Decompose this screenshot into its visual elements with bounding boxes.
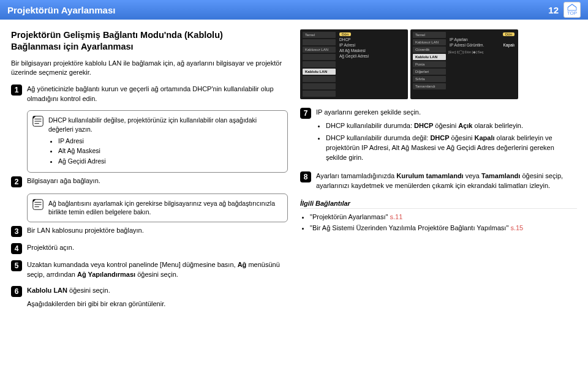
step-badge: 7 bbox=[300, 108, 311, 119]
step-badge: 5 bbox=[11, 260, 22, 271]
step-5: 5 Uzaktan kumandada veya kontrol panelin… bbox=[11, 260, 288, 280]
note-icon bbox=[31, 115, 45, 128]
intro-text: Bir bilgisayarı projektöre kablolu LAN i… bbox=[11, 59, 288, 78]
list-item: Alt Ağ Maskesi bbox=[58, 146, 281, 156]
list-item: DHCP kullanılabilir durumda: DHCP öğesin… bbox=[326, 121, 577, 131]
osd-menu-item bbox=[303, 39, 336, 45]
step-badge: 8 bbox=[300, 171, 311, 182]
header-right: 12 TOP bbox=[548, 2, 581, 18]
note-text: DHCP kullanılabilir değilse, projektörün… bbox=[48, 116, 257, 133]
note-text: Ağ bağlantısını ayarlamak için gerekirse… bbox=[48, 200, 275, 216]
step-body: Projektörü açın. bbox=[27, 243, 288, 253]
related-link-item: "Projektörün Ayarlanması" s.11 bbox=[310, 212, 577, 222]
step-body: Bilgisayarı ağa bağlayın. bbox=[27, 176, 288, 186]
osd-menu-item: Güvenlik bbox=[413, 47, 446, 53]
step-badge: 2 bbox=[11, 176, 22, 187]
osd-menu-item bbox=[303, 76, 336, 82]
step-4: 4 Projektörü açın. bbox=[11, 243, 288, 254]
step-2: 2 Bilgisayarı ağa bağlayın. bbox=[11, 176, 288, 187]
osd-menu-item bbox=[303, 61, 336, 67]
list-item: Ağ Geçidi Adresi bbox=[58, 157, 281, 166]
top-label: TOP bbox=[567, 10, 577, 16]
step-badge: 4 bbox=[11, 243, 22, 254]
step-7: 7 IP ayarlarını gereken şekilde seçin. D… bbox=[300, 108, 577, 165]
list-item: IP Adresi bbox=[58, 137, 281, 146]
osd-menu-item: Diğerleri bbox=[413, 69, 446, 75]
related-link-item: "Bir Ağ Sistemi Üzerinden Yazılımla Proj… bbox=[310, 224, 577, 233]
section-heading: Projektörün Gelişmiş Bağlantı Modu'nda (… bbox=[11, 29, 288, 53]
osd-menu-item: Sıfırla bbox=[413, 76, 446, 82]
list-item: DHCP kullanılabilir durumda değil: DHCP … bbox=[326, 133, 577, 163]
related-link[interactable]: s.11 bbox=[390, 213, 403, 220]
osd-menu-item-active: Kablolu LAN bbox=[303, 69, 336, 75]
step-6: 6 Kablolu LAN öğesini seçin. Aşağıdakile… bbox=[11, 286, 288, 309]
osd-screenshots: Temel Kablosuz LAN Kablolu LAN Dön DHCP … bbox=[300, 29, 577, 99]
related-links-heading: İlgili Bağlantılar bbox=[300, 200, 577, 209]
note-icon bbox=[31, 198, 45, 211]
osd-menu-item bbox=[303, 83, 336, 89]
page-number: 12 bbox=[548, 5, 559, 15]
osd-screenshot-1: Temel Kablosuz LAN Kablolu LAN Dön DHCP … bbox=[300, 29, 408, 99]
related-link[interactable]: s.15 bbox=[510, 224, 523, 231]
osd-menu-item bbox=[303, 54, 336, 60]
step-3: 3 Bir LAN kablosunu projektöre bağlayın. bbox=[11, 226, 288, 237]
note-box-2: Ağ bağlantısını ayarlamak için gerekirse… bbox=[27, 194, 288, 222]
step-body: Uzaktan kumandada veya kontrol panelinde… bbox=[27, 260, 288, 280]
step-1: 1 Ağ yöneticinizle bağlantı kurun ve geç… bbox=[11, 85, 288, 104]
osd-menu-item: Temel bbox=[413, 32, 446, 38]
osd-menu-item-active: Kablolu LAN bbox=[413, 54, 446, 60]
step-body: Ayarları tamamladığınızda Kurulum tamaml… bbox=[316, 171, 577, 191]
step-8: 8 Ayarları tamamladığınızda Kurulum tama… bbox=[300, 171, 577, 191]
step-badge: 3 bbox=[11, 226, 22, 237]
osd-screenshot-2: Temel Kablosuz LAN Güvenlik Kablolu LAN … bbox=[410, 29, 518, 99]
osd-menu-item bbox=[303, 91, 336, 97]
osd-menu-item: Posta bbox=[413, 61, 446, 67]
step-body: IP ayarlarını gereken şekilde seçin. DHC… bbox=[316, 108, 577, 165]
note-list: IP Adresi Alt Ağ Maskesi Ağ Geçidi Adres… bbox=[58, 137, 281, 166]
osd-menu-item: Tamamlandı bbox=[413, 83, 446, 89]
osd-menu-item: Kablosuz LAN bbox=[413, 39, 446, 45]
top-button[interactable]: TOP bbox=[564, 2, 581, 18]
note-box-1: DHCP kullanılabilir değilse, projektörün… bbox=[27, 110, 288, 172]
step-body: Bir LAN kablosunu projektöre bağlayın. bbox=[27, 226, 288, 236]
step-badge: 1 bbox=[11, 85, 22, 96]
step-body: Ağ yöneticinizle bağlantı kurun ve geçer… bbox=[27, 85, 288, 104]
page-title: Projektörün Ayarlanması bbox=[7, 5, 115, 15]
osd-menu-item: Temel bbox=[303, 32, 336, 38]
step-body: Kablolu LAN öğesini seçin. Aşağıdakilerd… bbox=[27, 286, 288, 309]
step-badge: 6 bbox=[11, 286, 22, 297]
right-column: Temel Kablosuz LAN Kablolu LAN Dön DHCP … bbox=[300, 29, 577, 315]
page-header: Projektörün Ayarlanması 12 TOP bbox=[0, 0, 588, 20]
related-links-list: "Projektörün Ayarlanması" s.11 "Bir Ağ S… bbox=[310, 212, 577, 233]
osd-menu-item: Kablosuz LAN bbox=[303, 47, 336, 53]
left-column: Projektörün Gelişmiş Bağlantı Modu'nda (… bbox=[11, 29, 288, 315]
